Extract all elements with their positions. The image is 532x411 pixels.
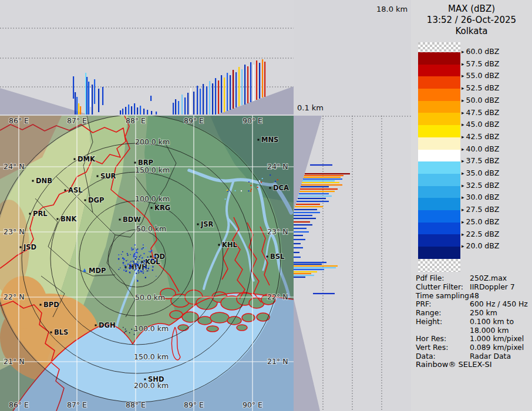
echo-dot — [132, 258, 133, 259]
info-row-value: Radar Data — [470, 352, 511, 361]
echo-dot — [136, 266, 137, 267]
lat-label-left: 24° N — [4, 162, 24, 171]
city-dot — [40, 304, 42, 306]
profile-bar — [304, 175, 344, 176]
profile-bar — [200, 89, 201, 114]
legend-entry: ▸25.0 dBZ — [462, 217, 499, 226]
legend-band-above-max — [418, 42, 460, 52]
profile-bar — [299, 193, 329, 194]
echo-dot — [144, 248, 144, 249]
city-dot — [119, 219, 121, 221]
legend-band — [418, 234, 460, 247]
echo-dot — [140, 255, 142, 256]
profile-bar — [294, 265, 338, 267]
echo-dot — [125, 268, 126, 268]
info-row-label: Height: — [416, 317, 470, 326]
city-dot — [29, 213, 31, 215]
echo-dot — [130, 263, 131, 264]
range-ring-label: 50.0 km — [136, 224, 166, 233]
legend-band — [418, 137, 460, 150]
radar-site-name: Kolkata — [411, 26, 532, 37]
lat-label-left: 23° N — [4, 227, 24, 236]
legend-tick-arrow-icon: ▸ — [462, 207, 464, 213]
echo-dot — [151, 250, 152, 251]
profile-bar — [134, 103, 135, 114]
echo-dot — [134, 330, 135, 331]
info-row-value: 0.100 km to — [470, 317, 514, 326]
profile-bar — [73, 76, 74, 99]
echo-dot — [123, 260, 124, 260]
echo-dot — [133, 262, 134, 264]
profile-bar — [256, 60, 257, 100]
legend-value-label: 52.5 dBZ — [466, 83, 500, 92]
legend-band — [418, 174, 460, 186]
info-row-label: PRF: — [416, 299, 470, 308]
legend-entry: ▸32.5 dBZ — [462, 181, 499, 190]
echo-dot — [135, 248, 136, 248]
echo-dot — [143, 247, 144, 248]
echo-dot — [141, 271, 142, 272]
profile-bar — [301, 186, 329, 187]
info-row-label: Time sampling: — [416, 291, 470, 300]
legend-tick-arrow-icon: ▸ — [462, 194, 464, 200]
legend-tick-arrow-icon: ▸ — [462, 183, 464, 188]
legend-entry: ▸37.5 dBZ — [462, 156, 499, 165]
echo-dot — [122, 251, 123, 252]
echo-dot — [259, 180, 260, 181]
profile-bar — [85, 73, 86, 114]
profile-bar — [206, 86, 207, 114]
lat-label-right: 22° N — [267, 292, 288, 301]
profile-bar — [193, 92, 194, 114]
city-label: JSD — [23, 243, 36, 251]
echo-dot — [136, 269, 136, 270]
city-label: BLS — [54, 328, 68, 336]
echo-dot — [136, 264, 137, 265]
echo-dot — [235, 190, 236, 191]
radar-display-window: 18.0 km 0.1 km — [0, 0, 532, 411]
echo-dot — [133, 264, 134, 265]
echo-dot — [135, 251, 137, 253]
profile-bar — [235, 72, 237, 107]
echo-dot — [126, 331, 127, 332]
legend-entry: ▸57.5 dBZ — [462, 59, 499, 68]
echo-dot — [133, 261, 134, 262]
range-ring-label: 150.0 km — [135, 166, 170, 174]
info-row-label: Vert Res: — [416, 343, 470, 352]
profile-bar — [299, 191, 335, 192]
echo-dot — [135, 268, 136, 269]
echo-dot — [250, 185, 251, 186]
profile-bar — [298, 196, 332, 197]
legend-band — [418, 198, 460, 210]
city-dot — [134, 162, 136, 164]
profile-bar — [140, 106, 141, 114]
profile-bar — [102, 87, 103, 105]
legend-band — [418, 150, 460, 162]
echo-dot — [143, 244, 143, 244]
legend-tick-arrow-icon: ▸ — [462, 97, 464, 103]
legend-entry: ▸60.0 dBZ — [462, 47, 499, 56]
echo-dot — [144, 264, 145, 265]
legend-tick-arrow-icon: ▸ — [462, 146, 464, 152]
echo-dot — [123, 327, 124, 328]
range-ring-label: 100.0 km — [135, 194, 170, 203]
profile-bar — [253, 65, 254, 101]
echo-dot — [131, 247, 132, 248]
profile-bar — [294, 224, 312, 225]
echo-dot — [129, 272, 130, 273]
legend-value-label: 45.0 dBZ — [466, 120, 500, 129]
echo-dot — [145, 277, 146, 278]
lat-label-right: 24° N — [267, 162, 288, 171]
range-ring-label: 50.0 km — [135, 293, 165, 302]
echo-dot — [118, 269, 119, 270]
legend-tick-arrow-icon: ▸ — [462, 243, 464, 249]
echo-dot — [147, 257, 149, 258]
legend-value-label: 57.5 dBZ — [466, 59, 500, 68]
profile-bar — [294, 209, 317, 210]
echo-dot — [139, 262, 141, 264]
echo-dot — [132, 249, 133, 250]
echo-dot — [137, 261, 138, 262]
profile-bar — [92, 85, 93, 114]
legend-value-label: 47.5 dBZ — [466, 108, 500, 117]
echo-dot — [135, 256, 136, 257]
echo-dot — [134, 277, 134, 277]
